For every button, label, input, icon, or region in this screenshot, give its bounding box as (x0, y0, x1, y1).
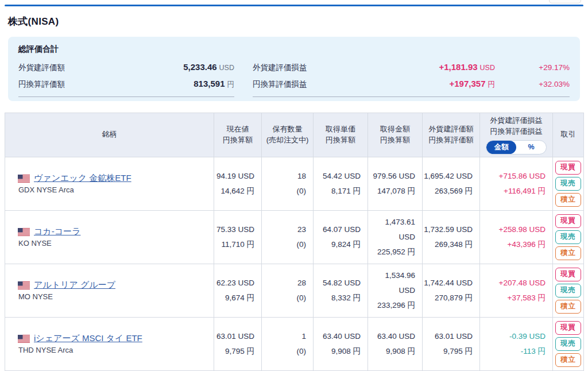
sell-button[interactable]: 現売 (555, 177, 581, 191)
current-price-cell: 63.01 USD 9,795 円 (214, 317, 262, 370)
col-header-current-price: 現在値 円換算額 (214, 113, 262, 157)
stock-name-link[interactable]: ヴァンエック 金鉱株ETF (34, 173, 131, 184)
valuation-cell: 1,742.44 USD 270,879 円 (423, 264, 480, 317)
stock-name-cell: ヴァンエック 金鉱株ETF GDX NYSE Arca (5, 157, 214, 210)
summary-pl-value: +1,181.93 (439, 59, 477, 75)
current-price-cell: 62.23 USD 9,674 円 (214, 264, 262, 317)
pl-cell: +258.98 USD +43,396 円 (480, 210, 553, 264)
stock-ticker: GDX NYSE Arca (18, 186, 210, 194)
col-header-trade: 取引 (553, 113, 584, 157)
summary-pl-percent: +29.17% (495, 60, 570, 75)
table-header-row: 銘柄 現在値 円換算額 保有数量 (売却注文中) 取得単価 円換算額 取得金額 … (5, 113, 584, 157)
valuation-cell: 63.01 USD 9,795 円 (423, 317, 480, 370)
cost-cell: 1,473.61 USD 225,952 円 (368, 210, 423, 264)
summary-row-jpy-pl: 円換算評価損益 +197,357 円 +32.03% (253, 76, 570, 92)
us-flag-icon (18, 175, 30, 183)
stock-name-link[interactable]: アルトリア グループ (34, 280, 115, 291)
stock-name-cell: iシェアーズ MSCI タイ ETF THD NYSE Arca (5, 317, 214, 370)
cost-cell: 1,534.96 USD 233,296 円 (368, 264, 423, 317)
sell-button[interactable]: 現売 (555, 230, 581, 244)
current-price-cell: 75.33 USD 11,710 円 (214, 210, 262, 264)
us-flag-icon (18, 335, 30, 343)
sell-button[interactable]: 現売 (555, 284, 581, 297)
summary-unit: 円 (227, 77, 235, 92)
page-title: 株式(NISA) (8, 15, 588, 28)
quantity-cell: 28 (0) (262, 264, 314, 317)
toggle-percent-option[interactable]: % (516, 141, 546, 154)
table-row: ヴァンエック 金鉱株ETF GDX NYSE Arca 94.19 USD 14… (5, 157, 584, 210)
stock-name-link[interactable]: iシェアーズ MSCI タイ ETF (34, 333, 142, 344)
cutoff-button-sliver (549, 0, 581, 3)
buy-button[interactable]: 現買 (555, 321, 581, 335)
stock-ticker: MO NYSE (18, 292, 210, 301)
col-header-pl: 外貨建評価損益 円換算評価損益 金額 % (480, 113, 553, 157)
toggle-amount-option[interactable]: 金額 (486, 141, 516, 154)
summary-label: 外貨建評価額 (18, 60, 183, 75)
quantity-cell: 23 (0) (262, 210, 314, 264)
table-row: アルトリア グループ MO NYSE 62.23 USD 9,674 円 28 … (5, 264, 584, 317)
summary-row-jpy-value: 円換算評価額 813,591 円 (18, 76, 234, 92)
summary-valuation-column: 外貨建評価額 5,233.46 USD 円換算評価額 813,591 円 (18, 59, 234, 97)
summary-value: 813,591 (194, 76, 225, 91)
unit-price-cell: 64.07 USD 9,824 円 (314, 210, 368, 264)
current-price-cell: 94.19 USD 14,642 円 (214, 157, 262, 210)
summary-label: 外貨建評価損益 (253, 60, 439, 75)
summary-label: 円換算評価額 (18, 76, 194, 92)
sell-button[interactable]: 現売 (555, 337, 581, 351)
stock-ticker: THD NYSE Arca (18, 346, 210, 354)
unit-price-cell: 54.82 USD 8,332 円 (314, 264, 368, 317)
summary-pl-value: +197,357 (450, 76, 486, 91)
trade-cell: 現買 現売 積立 (553, 157, 584, 210)
unit-price-cell: 54.42 USD 8,171 円 (314, 157, 368, 210)
valuation-cell: 1,695.42 USD 263,569 円 (423, 157, 480, 210)
stock-name-link[interactable]: コカ-コーラ (34, 226, 80, 237)
col-header-acquisition-unit-price: 取得単価 円換算額 (314, 113, 368, 157)
table-row: iシェアーズ MSCI タイ ETF THD NYSE Arca 63.01 U… (5, 317, 584, 370)
buy-button[interactable]: 現買 (555, 268, 581, 281)
holdings-table: 銘柄 現在値 円換算額 保有数量 (売却注文中) 取得単価 円換算額 取得金額 … (5, 113, 584, 371)
cost-cell: 979.56 USD 147,078 円 (368, 157, 423, 210)
top-divider-rule (5, 5, 583, 6)
trade-cell: 現買 現売 積立 (553, 317, 584, 370)
unit-price-cell: 63.40 USD 9,908 円 (314, 317, 368, 370)
pl-cell: +715.86 USD +116,491 円 (480, 157, 553, 210)
buy-button[interactable]: 現買 (555, 214, 581, 228)
quantity-cell: 18 (0) (262, 157, 314, 210)
summary-row-fx-value: 外貨建評価額 5,233.46 USD (18, 59, 234, 76)
col-header-acquisition-amount: 取得金額 円換算額 (368, 113, 423, 157)
col-header-valuation: 外貨建評価額 円換算評価額 (423, 113, 480, 157)
buy-button[interactable]: 現買 (555, 161, 581, 175)
cost-cell: 63.40 USD 9,908 円 (368, 317, 423, 370)
accumulate-button[interactable]: 積立 (555, 300, 581, 314)
summary-columns: 外貨建評価額 5,233.46 USD 円換算評価額 813,591 円 外貨建… (18, 59, 570, 97)
accumulate-button[interactable]: 積立 (555, 246, 581, 260)
valuation-cell: 1,732.59 USD 269,348 円 (423, 210, 480, 264)
summary-label: 円換算評価損益 (253, 76, 450, 92)
stock-name-cell: コカ-コーラ KO NYSE (5, 210, 214, 264)
summary-title: 総評価合計 (18, 44, 570, 55)
summary-pl-unit: USD (480, 60, 495, 76)
trade-cell: 現買 現売 積立 (553, 264, 584, 317)
accumulate-button[interactable]: 積立 (555, 353, 581, 367)
us-flag-icon (18, 281, 30, 289)
trade-cell: 現買 現売 積立 (553, 210, 584, 264)
summary-value: 5,233.46 (183, 59, 216, 75)
summary-pl-percent: +32.03% (495, 76, 570, 92)
summary-row-fx-pl: 外貨建評価損益 +1,181.93 USD +29.17% (253, 59, 570, 76)
stock-name-cell: アルトリア グループ MO NYSE (5, 264, 214, 317)
accumulate-button[interactable]: 積立 (555, 193, 581, 207)
pl-display-toggle[interactable]: 金額 % (486, 140, 547, 154)
summary-pl-column: 外貨建評価損益 +1,181.93 USD +29.17% 円換算評価損益 +1… (253, 59, 570, 97)
summary-pl-unit: 円 (488, 77, 496, 92)
col-header-name: 銘柄 (5, 113, 214, 157)
summary-unit: USD (219, 60, 234, 76)
stock-ticker: KO NYSE (18, 239, 210, 248)
quantity-cell: 1 (0) (262, 317, 314, 370)
summary-box: 総評価合計 外貨建評価額 5,233.46 USD 円換算評価額 813,591… (8, 37, 580, 101)
col-header-quantity: 保有数量 (売却注文中) (262, 113, 314, 157)
us-flag-icon (18, 228, 30, 236)
pl-cell: +207.48 USD +37,583 円 (480, 264, 553, 317)
table-row: コカ-コーラ KO NYSE 75.33 USD 11,710 円 23 (0)… (5, 210, 584, 264)
pl-cell: -0.39 USD -113 円 (480, 317, 553, 370)
